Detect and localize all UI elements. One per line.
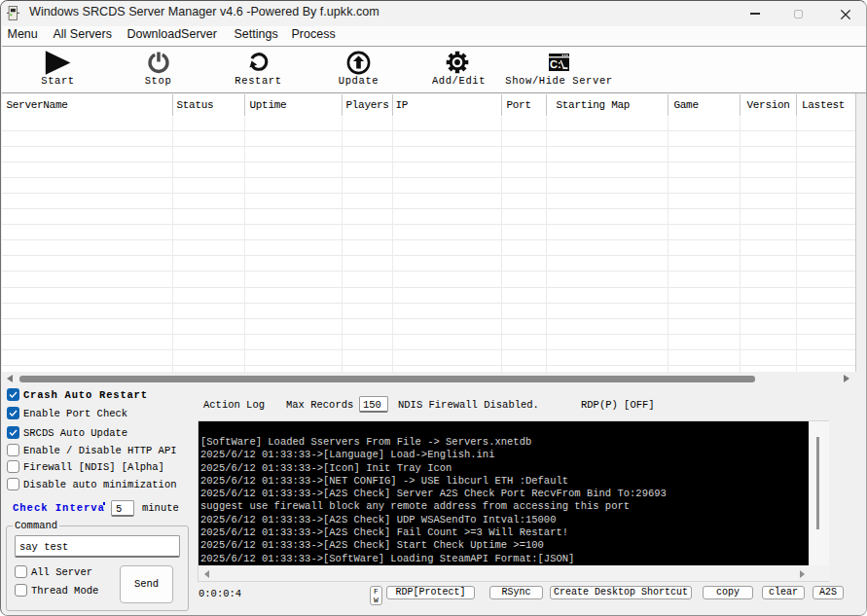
svg-text:C:: C: — [550, 58, 561, 70]
